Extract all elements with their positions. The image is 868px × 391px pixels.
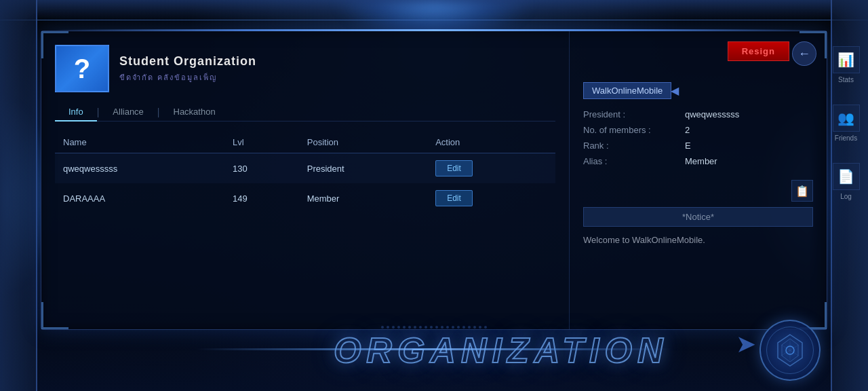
edit-icon-button[interactable]: 📋	[791, 180, 813, 202]
edit-button-1[interactable]: Edit	[435, 160, 473, 176]
org-logo: ?	[55, 45, 109, 92]
members-table: Name Lvl Position Action qweqwesssss 130…	[55, 132, 555, 213]
friends-icon: 👥	[833, 105, 860, 132]
member-action-1: Edit	[427, 153, 555, 184]
org-name: Student Organization	[119, 54, 555, 69]
stats-icon: 📊	[833, 46, 860, 73]
president-label: President :	[583, 109, 678, 119]
org-header: ? Student Organization ขีดจำกัด คลังข้อม…	[55, 45, 555, 92]
table-row: qweqwesssss 130 President Edit	[55, 153, 555, 184]
side-frame-left	[0, 0, 37, 391]
info-grid: President : qweqwesssss No. of members :…	[583, 109, 813, 166]
back-icon: ←	[798, 47, 810, 61]
member-name-1: qweqwesssss	[55, 153, 224, 184]
guild-tag-area: WalkOnlineMobile	[583, 82, 813, 109]
notice-content: Welcome to WalkOnlineMobile.	[583, 232, 813, 248]
member-position-1: President	[299, 153, 427, 184]
stats-label: Stats	[838, 76, 854, 83]
left-section: ? Student Organization ขีดจำกัด คลังข้อม…	[41, 31, 569, 329]
org-subtitle: ขีดจำกัด คลังข้อมูลเพ็ญ	[119, 71, 555, 83]
alias-value: Member	[685, 156, 813, 166]
edit-button-2[interactable]: Edit	[435, 190, 473, 206]
friends-label: Friends	[835, 134, 857, 142]
col-header-action: Action	[427, 132, 555, 153]
table-row: DARAAAA 149 Member Edit	[55, 183, 555, 213]
right-sidebar: 📊 Stats 👥 Friends 📄 Log	[827, 34, 865, 330]
member-action-2: Edit	[427, 183, 555, 213]
member-lvl-2: 149	[224, 183, 299, 213]
member-lvl-1: 130	[224, 153, 299, 184]
tab-hackathon[interactable]: Hackathon	[160, 103, 229, 121]
emblem-inner	[766, 327, 814, 374]
bottom-deco	[197, 348, 671, 350]
log-button[interactable]: 📄 Log	[829, 157, 863, 206]
alias-label: Alias :	[583, 156, 678, 166]
rank-label: Rank :	[583, 141, 678, 151]
rank-value: E	[685, 141, 813, 151]
members-label: No. of members :	[583, 125, 678, 135]
tab-alliance[interactable]: Alliance	[99, 103, 157, 121]
guild-tag: WalkOnlineMobile	[583, 82, 671, 99]
notice-header: *Notice*	[583, 207, 813, 227]
back-button[interactable]: ←	[792, 41, 816, 66]
org-logo-char: ?	[74, 54, 90, 84]
col-header-position: Position	[299, 132, 427, 153]
org-bottom-text: ORGANIZATION	[334, 330, 669, 371]
col-header-lvl: Lvl	[224, 132, 299, 153]
tab-info[interactable]: Info	[55, 103, 97, 121]
tabs: Info | Alliance | Hackathon	[55, 103, 555, 122]
members-value: 2	[685, 125, 813, 135]
right-section: Resign ← WalkOnlineMobile President : qw…	[569, 31, 827, 329]
log-icon: 📄	[833, 163, 860, 190]
notice-area: *Notice* Welcome to WalkOnlineMobile.	[583, 207, 813, 248]
top-border	[0, 0, 868, 20]
org-title-area: Student Organization ขีดจำกัด คลังข้อมูล…	[119, 54, 555, 83]
friends-button[interactable]: 👥 Friends	[829, 99, 863, 147]
org-arrow-icon: ➤	[736, 330, 756, 358]
member-name-2: DARAAAA	[55, 183, 224, 213]
member-position-2: Member	[299, 183, 427, 213]
col-header-name: Name	[55, 132, 224, 153]
dot-grid	[136, 324, 732, 330]
emblem-svg	[776, 333, 804, 367]
log-label: Log	[840, 193, 852, 200]
guild-tag-label: WalkOnlineMobile	[592, 86, 663, 96]
main-panel: ? Student Organization ขีดจำกัด คลังข้อม…	[41, 31, 827, 330]
emblem	[760, 320, 821, 381]
stats-button[interactable]: 📊 Stats	[829, 41, 863, 89]
edit-document-icon: 📋	[795, 185, 809, 198]
president-value: qweqwesssss	[685, 109, 813, 119]
resign-button[interactable]: Resign	[728, 41, 789, 61]
